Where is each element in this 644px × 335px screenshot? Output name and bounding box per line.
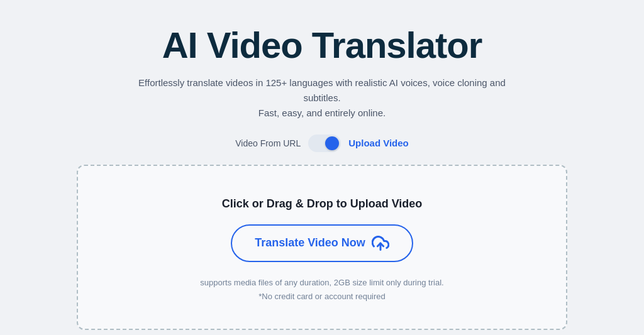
toggle-row: Video From URL Upload Video bbox=[235, 135, 409, 152]
page-container: AI Video Translator Effortlessly transla… bbox=[0, 0, 644, 335]
url-upload-toggle[interactable] bbox=[308, 135, 341, 152]
support-text: supports media files of any duration, 2G… bbox=[200, 276, 443, 304]
toggle-label: Video From URL bbox=[235, 138, 301, 148]
translate-button[interactable]: Translate Video Now bbox=[231, 224, 413, 262]
subtitle: Effortlessly translate videos in 125+ la… bbox=[133, 75, 511, 121]
drag-drop-text: Click or Drag & Drop to Upload Video bbox=[222, 197, 423, 211]
page-title: AI Video Translator bbox=[162, 25, 482, 65]
upload-cloud-icon bbox=[372, 234, 389, 252]
toggle-track bbox=[308, 135, 341, 152]
translate-button-label: Translate Video Now bbox=[255, 236, 365, 250]
upload-video-link[interactable]: Upload Video bbox=[348, 138, 409, 148]
upload-zone[interactable]: Click or Drag & Drop to Upload Video Tra… bbox=[77, 165, 567, 330]
toggle-thumb bbox=[325, 136, 339, 150]
